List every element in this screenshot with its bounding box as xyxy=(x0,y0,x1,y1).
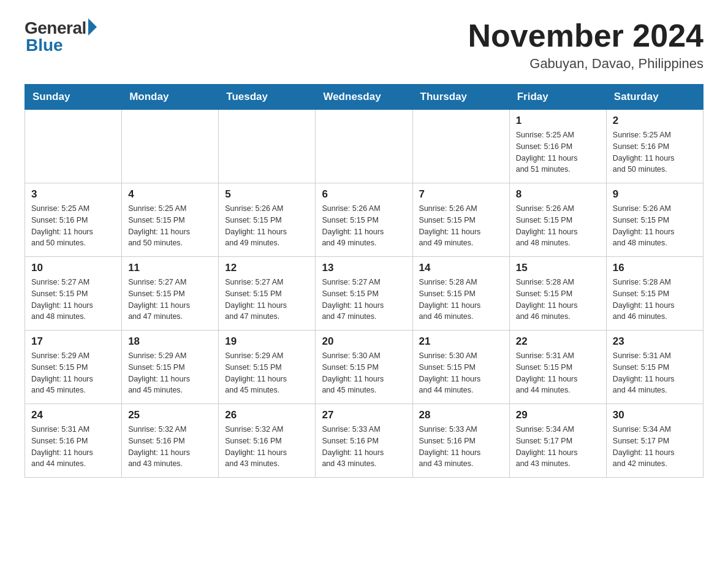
day-info: Sunrise: 5:32 AM Sunset: 5:16 PM Dayligh… xyxy=(225,424,309,470)
calendar-cell: 3Sunrise: 5:25 AM Sunset: 5:16 PM Daylig… xyxy=(25,183,122,257)
week-row-5: 24Sunrise: 5:31 AM Sunset: 5:16 PM Dayli… xyxy=(25,404,703,478)
calendar-cell xyxy=(25,110,122,183)
calendar-cell: 6Sunrise: 5:26 AM Sunset: 5:15 PM Daylig… xyxy=(316,183,412,257)
month-title: November 2024 xyxy=(468,18,703,53)
calendar-cell xyxy=(316,110,412,183)
day-number: 17 xyxy=(31,335,115,348)
calendar-cell xyxy=(122,110,219,183)
calendar-cell: 16Sunrise: 5:28 AM Sunset: 5:15 PM Dayli… xyxy=(606,257,703,331)
day-number: 11 xyxy=(128,262,212,274)
day-number: 10 xyxy=(31,262,115,274)
day-info: Sunrise: 5:33 AM Sunset: 5:16 PM Dayligh… xyxy=(419,424,503,470)
day-number: 26 xyxy=(225,409,309,421)
calendar-cell: 1Sunrise: 5:25 AM Sunset: 5:16 PM Daylig… xyxy=(509,110,606,183)
weekday-header-sunday: Sunday xyxy=(25,85,122,110)
logo-blue-text: Blue xyxy=(26,36,63,55)
day-number: 20 xyxy=(322,335,406,348)
calendar-cell xyxy=(412,110,509,183)
calendar-cell: 2Sunrise: 5:25 AM Sunset: 5:16 PM Daylig… xyxy=(606,110,703,183)
day-info: Sunrise: 5:27 AM Sunset: 5:15 PM Dayligh… xyxy=(322,277,406,323)
calendar-cell: 22Sunrise: 5:31 AM Sunset: 5:15 PM Dayli… xyxy=(509,331,606,404)
day-info: Sunrise: 5:25 AM Sunset: 5:16 PM Dayligh… xyxy=(613,129,697,175)
calendar-cell: 18Sunrise: 5:29 AM Sunset: 5:15 PM Dayli… xyxy=(122,331,219,404)
day-info: Sunrise: 5:28 AM Sunset: 5:15 PM Dayligh… xyxy=(613,277,697,323)
calendar-cell: 27Sunrise: 5:33 AM Sunset: 5:16 PM Dayli… xyxy=(316,404,412,478)
weekday-header-friday: Friday xyxy=(509,85,606,110)
day-info: Sunrise: 5:26 AM Sunset: 5:15 PM Dayligh… xyxy=(419,203,503,249)
page-header: General Blue November 2024 Gabuyan, Dava… xyxy=(25,18,703,72)
calendar-cell: 7Sunrise: 5:26 AM Sunset: 5:15 PM Daylig… xyxy=(412,183,509,257)
calendar-cell: 8Sunrise: 5:26 AM Sunset: 5:15 PM Daylig… xyxy=(509,183,606,257)
day-number: 28 xyxy=(419,409,503,421)
day-info: Sunrise: 5:25 AM Sunset: 5:16 PM Dayligh… xyxy=(31,203,115,249)
calendar-cell: 25Sunrise: 5:32 AM Sunset: 5:16 PM Dayli… xyxy=(122,404,219,478)
calendar-cell: 14Sunrise: 5:28 AM Sunset: 5:15 PM Dayli… xyxy=(412,257,509,331)
day-info: Sunrise: 5:29 AM Sunset: 5:15 PM Dayligh… xyxy=(128,350,212,396)
week-row-4: 17Sunrise: 5:29 AM Sunset: 5:15 PM Dayli… xyxy=(25,331,703,404)
logo-triangle-icon xyxy=(88,18,97,36)
day-info: Sunrise: 5:31 AM Sunset: 5:15 PM Dayligh… xyxy=(516,350,600,396)
day-info: Sunrise: 5:27 AM Sunset: 5:15 PM Dayligh… xyxy=(128,277,212,323)
calendar-cell: 11Sunrise: 5:27 AM Sunset: 5:15 PM Dayli… xyxy=(122,257,219,331)
calendar-cell: 26Sunrise: 5:32 AM Sunset: 5:16 PM Dayli… xyxy=(219,404,316,478)
calendar-cell: 13Sunrise: 5:27 AM Sunset: 5:15 PM Dayli… xyxy=(316,257,412,331)
calendar-cell xyxy=(219,110,316,183)
week-row-1: 1Sunrise: 5:25 AM Sunset: 5:16 PM Daylig… xyxy=(25,110,703,183)
calendar-cell: 10Sunrise: 5:27 AM Sunset: 5:15 PM Dayli… xyxy=(25,257,122,331)
day-number: 29 xyxy=(516,409,600,421)
weekday-header-tuesday: Tuesday xyxy=(219,85,316,110)
week-row-3: 10Sunrise: 5:27 AM Sunset: 5:15 PM Dayli… xyxy=(25,257,703,331)
day-info: Sunrise: 5:28 AM Sunset: 5:15 PM Dayligh… xyxy=(419,277,503,323)
calendar-cell: 23Sunrise: 5:31 AM Sunset: 5:15 PM Dayli… xyxy=(606,331,703,404)
day-number: 5 xyxy=(225,188,309,201)
calendar-cell: 5Sunrise: 5:26 AM Sunset: 5:15 PM Daylig… xyxy=(219,183,316,257)
day-info: Sunrise: 5:26 AM Sunset: 5:15 PM Dayligh… xyxy=(613,203,697,249)
calendar-cell: 29Sunrise: 5:34 AM Sunset: 5:17 PM Dayli… xyxy=(509,404,606,478)
day-info: Sunrise: 5:30 AM Sunset: 5:15 PM Dayligh… xyxy=(419,350,503,396)
weekday-header-row: SundayMondayTuesdayWednesdayThursdayFrid… xyxy=(25,85,703,110)
day-number: 16 xyxy=(613,262,697,274)
day-info: Sunrise: 5:34 AM Sunset: 5:17 PM Dayligh… xyxy=(516,424,600,470)
day-info: Sunrise: 5:27 AM Sunset: 5:15 PM Dayligh… xyxy=(31,277,115,323)
week-row-2: 3Sunrise: 5:25 AM Sunset: 5:16 PM Daylig… xyxy=(25,183,703,257)
day-number: 6 xyxy=(322,188,406,201)
day-info: Sunrise: 5:33 AM Sunset: 5:16 PM Dayligh… xyxy=(322,424,406,470)
calendar-table: SundayMondayTuesdayWednesdayThursdayFrid… xyxy=(25,84,703,478)
day-number: 25 xyxy=(128,409,212,421)
day-info: Sunrise: 5:34 AM Sunset: 5:17 PM Dayligh… xyxy=(613,424,697,470)
calendar-cell: 28Sunrise: 5:33 AM Sunset: 5:16 PM Dayli… xyxy=(412,404,509,478)
calendar-cell: 19Sunrise: 5:29 AM Sunset: 5:15 PM Dayli… xyxy=(219,331,316,404)
day-number: 7 xyxy=(419,188,503,201)
day-number: 30 xyxy=(613,409,697,421)
day-info: Sunrise: 5:26 AM Sunset: 5:15 PM Dayligh… xyxy=(225,203,309,249)
day-number: 4 xyxy=(128,188,212,201)
day-info: Sunrise: 5:27 AM Sunset: 5:15 PM Dayligh… xyxy=(225,277,309,323)
calendar-cell: 21Sunrise: 5:30 AM Sunset: 5:15 PM Dayli… xyxy=(412,331,509,404)
day-info: Sunrise: 5:30 AM Sunset: 5:15 PM Dayligh… xyxy=(322,350,406,396)
day-number: 12 xyxy=(225,262,309,274)
weekday-header-thursday: Thursday xyxy=(412,85,509,110)
day-info: Sunrise: 5:32 AM Sunset: 5:16 PM Dayligh… xyxy=(128,424,212,470)
day-info: Sunrise: 5:29 AM Sunset: 5:15 PM Dayligh… xyxy=(31,350,115,396)
day-number: 8 xyxy=(516,188,600,201)
day-info: Sunrise: 5:25 AM Sunset: 5:16 PM Dayligh… xyxy=(516,129,600,175)
day-number: 27 xyxy=(322,409,406,421)
calendar-cell: 30Sunrise: 5:34 AM Sunset: 5:17 PM Dayli… xyxy=(606,404,703,478)
day-number: 24 xyxy=(31,409,115,421)
day-number: 2 xyxy=(613,115,697,127)
calendar-cell: 9Sunrise: 5:26 AM Sunset: 5:15 PM Daylig… xyxy=(606,183,703,257)
calendar-cell: 15Sunrise: 5:28 AM Sunset: 5:15 PM Dayli… xyxy=(509,257,606,331)
day-info: Sunrise: 5:31 AM Sunset: 5:16 PM Dayligh… xyxy=(31,424,115,470)
weekday-header-wednesday: Wednesday xyxy=(316,85,412,110)
day-number: 9 xyxy=(613,188,697,201)
calendar-cell: 17Sunrise: 5:29 AM Sunset: 5:15 PM Dayli… xyxy=(25,331,122,404)
day-number: 19 xyxy=(225,335,309,348)
day-info: Sunrise: 5:26 AM Sunset: 5:15 PM Dayligh… xyxy=(322,203,406,249)
day-info: Sunrise: 5:26 AM Sunset: 5:15 PM Dayligh… xyxy=(516,203,600,249)
day-number: 23 xyxy=(613,335,697,348)
title-section: November 2024 Gabuyan, Davao, Philippine… xyxy=(468,18,703,72)
day-number: 18 xyxy=(128,335,212,348)
calendar-cell: 4Sunrise: 5:25 AM Sunset: 5:15 PM Daylig… xyxy=(122,183,219,257)
calendar-cell: 12Sunrise: 5:27 AM Sunset: 5:15 PM Dayli… xyxy=(219,257,316,331)
day-number: 1 xyxy=(516,115,600,127)
